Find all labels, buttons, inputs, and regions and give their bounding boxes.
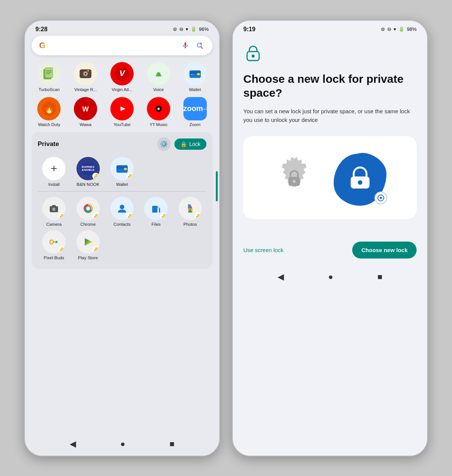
app-wallet[interactable]: Wallet (177, 62, 212, 92)
app-playstore[interactable]: 🔑 Play Store (72, 230, 104, 260)
back-icon[interactable]: ◀ (70, 439, 76, 449)
wifi-icon-2: ▾ (394, 26, 396, 32)
app-ytmusic[interactable]: YT Music (141, 97, 176, 127)
youtube-label: YouTube (113, 122, 130, 127)
ytmusic-icon (147, 97, 170, 120)
virgin-label: Virgin Atl... (112, 87, 133, 92)
watchduty-label: Watch Duty (38, 122, 60, 127)
voice-label: Voice (153, 87, 164, 92)
contacts-label: Contacts (113, 222, 130, 227)
app-files[interactable]: 🔑 Files (140, 197, 172, 227)
files-icon: 🔑 (144, 197, 168, 220)
private-header: Private ⚙️ 🔒 Lock (38, 137, 206, 151)
recents-icon-2[interactable]: ■ (377, 272, 382, 282)
glasses-icon-2: ⊜ (381, 26, 385, 32)
same-lock-option[interactable] (270, 155, 319, 204)
app-wallet-private[interactable]: 🔑 Wallet (106, 157, 138, 187)
app-youtube[interactable]: YouTube (105, 97, 140, 127)
app-camera[interactable]: 🔑 Camera (38, 197, 70, 227)
private-apps-row2: 🔑 Camera 🔑 Chrome 🔑 (38, 197, 206, 227)
pixelbuds-badge: 🔑 (58, 246, 65, 253)
app-photos[interactable]: 🔑 Photos (174, 197, 206, 227)
dialog-title: Choose a new lock for private space? (243, 72, 417, 100)
status-bar-1: 9:28 ⊜ ⊖ ▾ 🔋 96% (25, 21, 219, 36)
virgin-icon: V (110, 62, 134, 85)
svg-point-49 (120, 205, 124, 209)
svg-point-63 (293, 180, 296, 183)
lock-button[interactable]: 🔒 Lock (174, 138, 206, 150)
app-turboscan[interactable]: TurboScan (32, 62, 67, 92)
svg-point-17 (157, 72, 160, 76)
app-zoom[interactable]: zoom zoom Zoom (177, 97, 212, 127)
lock-choice-card (243, 136, 417, 219)
lens-icon[interactable] (194, 40, 205, 51)
back-icon-2[interactable]: ◀ (278, 272, 284, 282)
camera-badge: 🔑 (58, 213, 65, 219)
app-vintager[interactable]: Vintage R... (68, 62, 103, 92)
svg-text:🔥: 🔥 (44, 104, 55, 114)
status-time-1: 9:28 (35, 26, 47, 33)
minus-icon-2: ⊖ (387, 26, 391, 32)
app-voice[interactable]: Voice (141, 62, 176, 92)
mic-icon[interactable] (180, 40, 191, 51)
turboscan-label: TurboScan (38, 87, 60, 92)
home-icon[interactable]: ● (120, 439, 125, 449)
new-lock-option[interactable] (330, 149, 390, 210)
svg-rect-20 (197, 73, 200, 75)
chrome-label: Chrome (80, 222, 96, 227)
ytmusic-label: YT Music (150, 122, 168, 127)
wallet-private-icon: 🔑 (110, 157, 134, 180)
google-logo: G (39, 41, 46, 50)
svg-point-43 (53, 208, 55, 210)
app-bnook[interactable]: BARNES&NOBLE 🔑 B&N NOOK (72, 157, 104, 187)
divider (38, 191, 206, 192)
app-install[interactable]: + Install (38, 157, 70, 187)
status-bar-2: 9:19 ⊜ ⊖ ▾ 🔋 98% (233, 21, 427, 36)
home-icon-2[interactable]: ● (328, 272, 333, 282)
app-pixelbuds[interactable]: 🔑 Pixel Buds (38, 230, 70, 260)
battery-icon-2: 🔋 (399, 26, 405, 32)
svg-point-67 (380, 197, 382, 199)
app-watchduty[interactable]: 🔥 Watch Duty (32, 97, 67, 127)
lock-icon-btn: 🔒 (180, 141, 187, 147)
phone2-main-content: Choose a new lock for private space? You… (233, 36, 427, 242)
choose-new-lock-button[interactable]: Choose new lock (352, 242, 417, 259)
turboscan-icon (37, 62, 61, 85)
svg-rect-5 (45, 68, 53, 78)
app-contacts[interactable]: 🔑 Contacts (106, 197, 138, 227)
gear-button[interactable]: ⚙️ (157, 137, 171, 151)
contacts-badge: 🔑 (126, 213, 133, 219)
new-lock-private-badge (374, 192, 387, 204)
wallet-private-label: Wallet (116, 182, 128, 187)
svg-text:&NOBLE: &NOBLE (82, 168, 95, 172)
private-apps-row1: + Install BARNES&NOBLE 🔑 B&N NOOK 🔑 (38, 157, 206, 187)
app-chrome[interactable]: 🔑 Chrome (72, 197, 104, 227)
wallet-icon (183, 62, 207, 85)
svg-point-12 (85, 73, 86, 75)
nav-bar-2: ◀ ● ■ (233, 266, 427, 288)
private-apps-row3: 🔑 Pixel Buds 🔑 Play Store (38, 230, 206, 260)
dialog-description: You can set a new lock just for private … (243, 107, 417, 125)
pixelbuds-label: Pixel Buds (44, 255, 64, 260)
app-virgin[interactable]: V Virgin Atl... (105, 62, 140, 92)
recents-icon[interactable]: ■ (170, 439, 174, 449)
svg-rect-51 (152, 206, 157, 213)
private-section: Private ⚙️ 🔒 Lock + Install (32, 132, 212, 269)
phone2-bottom-actions: Use screen lock Choose new lock (233, 242, 427, 266)
pixelbuds-icon: 🔑 (42, 230, 66, 254)
wawa-icon: W (74, 97, 97, 120)
app-wawa[interactable]: W Wawa (68, 97, 103, 127)
voice-icon (147, 62, 170, 85)
search-bar[interactable]: G (32, 36, 212, 55)
svg-rect-22 (193, 74, 194, 75)
use-screen-lock-button[interactable]: Use screen lock (243, 247, 284, 253)
playstore-label: Play Store (78, 255, 98, 260)
private-actions: ⚙️ 🔒 Lock (157, 137, 206, 151)
wifi-icon: ▾ (186, 26, 188, 32)
chrome-icon: 🔑 (76, 197, 100, 220)
battery-pct-2: 98% (407, 26, 417, 32)
bnook-label: B&N NOOK (76, 182, 99, 187)
status-time-2: 9:19 (243, 26, 255, 33)
phone2: 9:19 ⊜ ⊖ ▾ 🔋 98% Choose a new lock for p… (232, 20, 428, 456)
svg-point-58 (55, 241, 58, 243)
